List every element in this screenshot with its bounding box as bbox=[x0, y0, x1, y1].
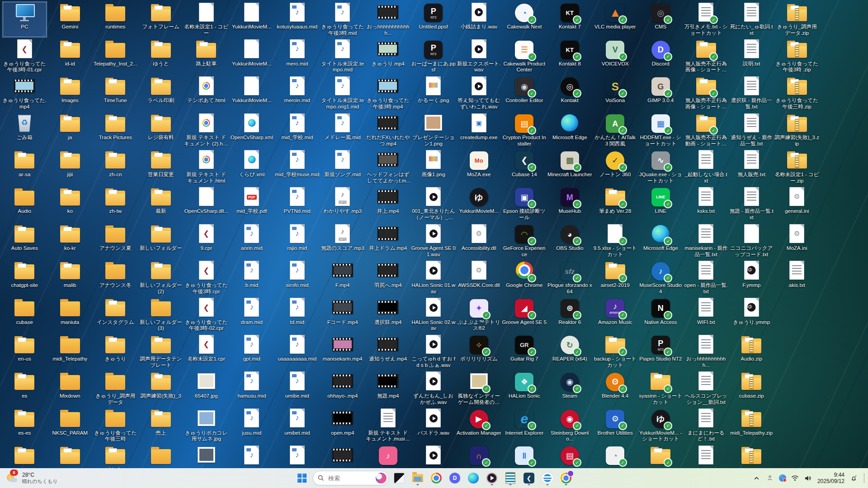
desktop-icon[interactable]: PDFmid_学校.pdf bbox=[229, 185, 275, 222]
desktop-icon[interactable]: LINE✓LINE bbox=[638, 185, 684, 222]
desktop-icon[interactable]: きゅうり_調声用データ bbox=[93, 370, 138, 407]
desktop-icon[interactable]: NKSC_PARAM bbox=[47, 407, 93, 444]
desktop-icon[interactable]: 65407.jpg bbox=[184, 370, 229, 407]
desktop-icon[interactable]: OpenCvSharp.xml bbox=[229, 112, 275, 149]
desktop-icon[interactable]: 最新 bbox=[138, 185, 184, 222]
desktop-icon[interactable]: 調声練習(失敗)_3.zip bbox=[774, 112, 820, 149]
desktop-icon[interactable]: midi_Telepathy.zip bbox=[729, 407, 774, 444]
desktop-icon[interactable]: A✓かんたん！AITalk 3 関西風 bbox=[593, 112, 638, 149]
tray-person-icon[interactable] bbox=[766, 474, 774, 482]
taskbar-notes-app-button[interactable] bbox=[503, 470, 518, 486]
desktop-icon[interactable]: WIFI.txt bbox=[684, 296, 729, 333]
desktop-icon[interactable]: ♪dram.mid bbox=[229, 296, 275, 333]
desktop-icon[interactable]: ✓✓ノートン 360 bbox=[593, 149, 638, 186]
desktop-icon[interactable]: ksks.txt bbox=[684, 185, 729, 222]
desktop-icon[interactable]: 井上ドラム.mp4 bbox=[365, 222, 411, 259]
taskbar-cubase-button[interactable]: ❮ bbox=[521, 470, 537, 486]
desktop-icon[interactable]: バスドラ.wav bbox=[411, 407, 457, 444]
desktop-icon[interactable]: きゅうり bbox=[93, 333, 138, 370]
desktop-icon[interactable]: きゅうり.mp4 bbox=[365, 38, 411, 75]
desktop-icon[interactable]: ❖✓HALion Sonic bbox=[502, 370, 547, 407]
desktop-icon[interactable]: ▣createdump.exe bbox=[456, 112, 502, 149]
desktop-icon[interactable]: ♻ごみ箱 bbox=[2, 112, 47, 149]
tray-app-notification-icon[interactable] bbox=[779, 474, 786, 482]
search-box[interactable] bbox=[313, 471, 388, 485]
desktop-icon[interactable]: レジ袋有料 bbox=[138, 112, 184, 149]
desktop-icon[interactable]: ✓無人販売不正行為画像 - ショートカッ... bbox=[684, 38, 729, 75]
desktop-icon[interactable]: ニコニコバックアップコード.txt bbox=[729, 222, 774, 259]
desktop-icon[interactable]: YukkuriMovieM... bbox=[229, 38, 275, 75]
desktop-icon[interactable]: ♪gpt.mid bbox=[229, 333, 275, 370]
desktop-icon[interactable]: ❮名称未設定1.cpr bbox=[184, 333, 229, 370]
desktop-icon[interactable]: きゅうり_調声用データ.zip bbox=[774, 1, 820, 38]
desktop-icon[interactable]: ♪タイトル未設定.tempo.orig1.mid bbox=[320, 75, 366, 112]
desktop-icon[interactable]: PNT2おーばーまにあ.ppsf bbox=[411, 38, 457, 75]
desktop-icon[interactable]: プレゼンテーション1.png bbox=[411, 112, 457, 149]
desktop-icon[interactable]: Audio.zip bbox=[729, 333, 774, 370]
desktop-icon[interactable]: es-es bbox=[2, 407, 47, 444]
desktop-icon[interactable]: S✓VoiSona bbox=[593, 75, 638, 112]
desktop-icon[interactable]: Track Pictures bbox=[93, 112, 138, 149]
desktop-icon[interactable]: ♪メドレー風.mid bbox=[320, 112, 366, 149]
desktop-icon[interactable]: ♪sirofo.mid bbox=[274, 259, 320, 296]
taskbar-clock[interactable]: 9:44 2025/09/12 bbox=[817, 472, 844, 485]
desktop-icon[interactable]: runtimes bbox=[93, 1, 138, 38]
desktop-icon[interactable]: ko-kr bbox=[47, 222, 93, 259]
start-button[interactable] bbox=[294, 470, 310, 486]
desktop-icon[interactable]: ♪MP3わかりやす.mp3 bbox=[320, 185, 366, 222]
search-input[interactable] bbox=[327, 474, 373, 482]
desktop-icon[interactable]: en-us bbox=[2, 333, 47, 370]
desktop-icon[interactable]: V✓VOICEVOX bbox=[593, 38, 638, 75]
desktop-icon[interactable]: アナウンス夏 bbox=[93, 222, 138, 259]
desktop-icon[interactable]: es bbox=[2, 370, 47, 407]
desktop-icon[interactable]: KT✓Kontakt 7 bbox=[547, 1, 593, 38]
desktop-icon[interactable]: GR✓Guitar Rig 7 bbox=[502, 333, 547, 370]
desktop-icon[interactable]: ♪mero.mid bbox=[274, 38, 320, 75]
desktop-icon[interactable]: ✧✓ポリリリリズム bbox=[456, 333, 502, 370]
desktop-icon[interactable]: ✓Google Chrome bbox=[502, 259, 547, 296]
desktop-icon[interactable]: ◠✓GeForce Experience bbox=[502, 222, 547, 259]
desktop-icon[interactable]: MoMoZA.exe bbox=[456, 149, 502, 186]
desktop-icon[interactable]: 新規エクスポート.wav bbox=[456, 38, 502, 75]
desktop-icon[interactable]: ゆきゅうり.ymmp bbox=[729, 296, 774, 333]
desktop-icon[interactable]: 名称未設定1 - コピー bbox=[184, 1, 229, 38]
desktop-icon[interactable]: Mixdown bbox=[47, 370, 93, 407]
desktop-icon[interactable]: フォトフレーム bbox=[138, 1, 184, 38]
desktop-icon[interactable]: ♪タイトル未設定.tempo.mid bbox=[320, 38, 366, 75]
desktop-icon[interactable]: ar-sa bbox=[2, 149, 47, 186]
desktop-icon[interactable]: ♪✓MuseScore Studio 4 bbox=[638, 259, 684, 296]
desktop-icon[interactable]: 無題 - 親作品一覧.txt bbox=[729, 185, 774, 222]
taskbar-microsoft-edge-button[interactable] bbox=[466, 470, 481, 486]
desktop-icon[interactable]: ♪kotusytuaaus.mid bbox=[274, 1, 320, 38]
desktop-icon[interactable]: ゆYukkuriMovieM... bbox=[456, 185, 502, 222]
desktop-icon[interactable]: M✓MuseHub bbox=[547, 185, 593, 222]
desktop-icon[interactable]: ◎✓CMS bbox=[638, 1, 684, 38]
desktop-icon[interactable]: Microsoft Edge bbox=[547, 112, 593, 149]
desktop-icon[interactable]: ◉✓Steinberg Downlo... bbox=[547, 407, 593, 444]
taskbar-sphere-app-button[interactable] bbox=[540, 470, 555, 486]
desktop-icon[interactable]: 無題.mp4 bbox=[365, 370, 411, 407]
wifi-icon[interactable] bbox=[791, 474, 799, 482]
desktop-icon[interactable]: ゆうと bbox=[138, 38, 184, 75]
desktop-icon[interactable]: N✓Native Access bbox=[638, 296, 684, 333]
desktop-icon[interactable]: ✓Microsoft Edge bbox=[638, 222, 684, 259]
taskbar-chrome-profile-button[interactable] bbox=[558, 470, 574, 486]
desktop-icon[interactable]: ♪新規ソング.mid bbox=[320, 149, 366, 186]
desktop-icon[interactable]: きゅうりボカコレ用サムネ.jpg bbox=[184, 407, 229, 444]
desktop-icon[interactable]: ♪td.mid bbox=[274, 296, 320, 333]
desktop-icon[interactable]: PNT2✓Piapro Studio NT2 bbox=[638, 333, 684, 370]
desktop-icon[interactable]: ko bbox=[47, 185, 93, 222]
desktop-icon[interactable]: Groove Agent SE 01.wav bbox=[411, 222, 457, 259]
desktop-icon[interactable]: ♪b.mid bbox=[229, 259, 275, 296]
desktop-icon[interactable]: ✓万引きメモ.txt - ショートカット bbox=[684, 1, 729, 38]
taskbar-discord-button[interactable]: D bbox=[447, 470, 462, 486]
desktop-icon[interactable]: Telepathy_Inst_2... bbox=[93, 38, 138, 75]
desktop-icon[interactable]: 選択肢.mp4 bbox=[365, 296, 411, 333]
desktop-icon[interactable]: ♪MP3無題のスコア.mp3 bbox=[320, 222, 366, 259]
desktop-icon[interactable]: テンポあて.html bbox=[184, 75, 229, 112]
desktop-icon[interactable]: midi_Telepathy bbox=[47, 333, 93, 370]
desktop-icon[interactable]: きゅうり食ってた.mp4 bbox=[2, 75, 47, 112]
desktop-icon[interactable]: かるーく.png bbox=[411, 75, 457, 112]
desktop-icon[interactable]: TimeTune bbox=[93, 75, 138, 112]
desktop-icon[interactable]: D✓Discord bbox=[638, 38, 684, 75]
